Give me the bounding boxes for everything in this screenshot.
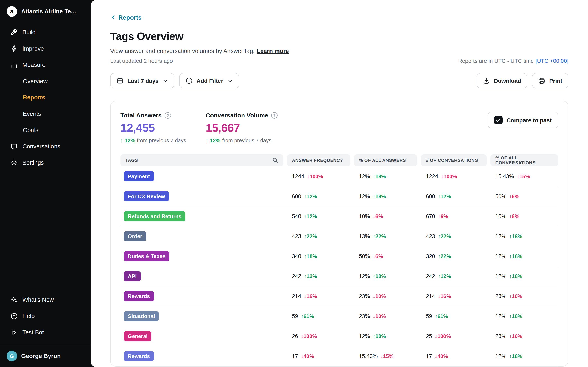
metric-cell: 17↓40% (421, 353, 490, 359)
metric-cell: 320↑22% (421, 253, 490, 259)
wrench-icon (10, 28, 18, 36)
sidebar-item-overview[interactable]: Overview (0, 73, 91, 89)
export-group: Download Print (476, 73, 568, 89)
metric-change-down: ↓15% (380, 353, 394, 359)
metric-change-down: ↓10% (373, 313, 386, 319)
print-button[interactable]: Print (532, 73, 568, 89)
header-cell: # OF CONVERSATIONS (421, 154, 490, 166)
search-icon[interactable] (272, 157, 278, 164)
bar-chart-icon (10, 61, 18, 69)
date-range-button[interactable]: Last 7 days (110, 73, 174, 89)
user-menu[interactable]: G George Byron (0, 345, 91, 367)
back-link-label: Reports (118, 14, 141, 21)
metric-value: 15.43% (495, 173, 514, 179)
sidebar-item-label: Events (23, 110, 41, 117)
meta-row: Last updated 2 hours ago Reports are in … (110, 58, 568, 64)
tag-pill: General (124, 331, 152, 341)
page-title: Tags Overview (110, 30, 568, 43)
sparkles-icon (10, 296, 18, 304)
table-row[interactable]: General26↓100%12%↑18%25↓100%23%↓10% (121, 326, 558, 346)
metric-cell: 214↓16% (287, 293, 354, 299)
metric-change-down: ↓40% (301, 353, 314, 359)
metric-change-up: ↑18% (509, 253, 522, 259)
column-header-of-all-answers: % OF ALL ANSWERS (354, 154, 417, 166)
metric-cell: 23%↓10% (490, 333, 558, 339)
sidebar-item-label: Settings (22, 159, 44, 166)
sidebar-item-test-bot[interactable]: Test Bot (0, 324, 91, 341)
metric-value: 59 (292, 313, 298, 319)
table-row[interactable]: Rewards17↓40%15.43%↓15%17↓40%12%↑18% (121, 346, 558, 366)
metric-value: 12% (495, 313, 506, 319)
metric-cell: 12%↑18% (490, 353, 558, 359)
bolt-icon (10, 45, 18, 52)
learn-more-link[interactable]: Learn more (257, 48, 289, 54)
sidebar-item-reports[interactable]: Reports (0, 89, 91, 106)
table-row[interactable]: Duties & Taxes340↑18%50%↓6%320↑22%12%↑18… (121, 246, 558, 266)
table-row[interactable]: Payment1244↓100%12%↑18%1224↓100%15.43%↓1… (121, 166, 558, 186)
tag-pill: Rewards (124, 351, 154, 361)
download-button[interactable]: Download (476, 73, 527, 89)
metric-value: 214 (426, 293, 435, 299)
metric-cell: 12%↑18% (354, 333, 421, 339)
column-label: ANSWER FREQUENCY (292, 158, 343, 163)
tag-pill: Order (124, 231, 146, 241)
tag-cell: General (121, 331, 287, 341)
table-row[interactable]: API242↑12%12%↑18%242↑12%12%↑18% (121, 266, 558, 286)
compare-to-past-toggle[interactable]: Compare to past (487, 112, 558, 128)
metric-cell: 423↑22% (421, 233, 490, 239)
help-icon[interactable]: ? (271, 112, 278, 118)
table-row[interactable]: Rewards214↓16%23%↓10%214↓16%23%↓10% (121, 286, 558, 306)
date-range-label: Last 7 days (127, 77, 159, 84)
metric-cell: 15.43%↓15% (490, 173, 558, 179)
metric-change-down: ↓6% (373, 213, 383, 219)
metric-cell: 12%↑18% (354, 173, 421, 179)
metric-value: 12% (495, 253, 506, 259)
timezone-link[interactable]: [UTC +00:00] (536, 58, 568, 64)
metric-cell: 670↓6% (421, 213, 490, 219)
metric-change-up: ↑18% (373, 333, 386, 339)
metric-change-up: ↑12% (304, 273, 317, 279)
sidebar-item-build[interactable]: Build (0, 24, 91, 40)
back-to-reports-link[interactable]: Reports (110, 14, 141, 21)
metric-cell: 1224↓100% (421, 173, 490, 179)
metric-value: 12% (359, 173, 370, 179)
table-row[interactable]: Situational59↑61%23%↓10%59↑61%12%↑18% (121, 306, 558, 326)
sidebar-item-what-s-new[interactable]: What's New (0, 292, 91, 308)
metric-change-down: ↓100% (307, 173, 323, 179)
sidebar-item-label: Overview (23, 78, 48, 84)
help-icon[interactable]: ? (164, 112, 171, 118)
metric-change-up: ↑22% (438, 253, 451, 259)
sidebar-item-help[interactable]: ?Help (0, 308, 91, 324)
metric-change-down: ↓6% (373, 253, 383, 259)
metric-value: 10% (495, 213, 506, 219)
metric-cell: 242↑12% (421, 273, 490, 279)
sidebar-item-improve[interactable]: Improve (0, 40, 91, 57)
sidebar-item-settings[interactable]: Settings (0, 155, 91, 171)
table-row[interactable]: Refunds and Returns540↑12%10%↓6%670↓6%10… (121, 206, 558, 226)
metric-value: 423 (292, 233, 301, 239)
table-row[interactable]: For CX Review600↑12%12%↑18%600↑12%50%↓6% (121, 186, 558, 206)
workspace-switcher[interactable]: a Atlantis Airline Te... (0, 0, 91, 21)
sidebar-item-measure[interactable]: Measure (0, 57, 91, 73)
app-screen: a Atlantis Airline Te... BuildImproveMea… (0, 0, 588, 367)
sidebar-item-conversations[interactable]: Conversations (0, 138, 91, 155)
sidebar-item-label: Measure (22, 62, 45, 68)
checkbox-checked[interactable] (494, 116, 502, 124)
sidebar-item-goals[interactable]: Goals (0, 122, 91, 138)
timezone-note: Reports are in UTC - UTC time[UTC +00:00… (458, 58, 568, 64)
column-label: TAGS (125, 158, 138, 163)
metric-value: 17 (426, 353, 432, 359)
metric-change-up: ↑18% (509, 353, 522, 359)
tag-cell: Rewards (121, 291, 287, 301)
table-row[interactable]: Order423↑22%13%↑22%423↑22%12%↑18% (121, 226, 558, 246)
metric-value: 320 (426, 253, 435, 259)
metric-cell: 26↓100% (287, 333, 354, 339)
sidebar-item-label: Improve (22, 45, 44, 52)
metric-value: 540 (292, 213, 301, 219)
metric-change-up: ↑12% (304, 193, 317, 199)
tag-cell: Payment (121, 171, 287, 181)
add-filter-button[interactable]: Add Filter (180, 73, 239, 89)
sidebar-item-events[interactable]: Events (0, 106, 91, 122)
metric-value: 15.43% (359, 353, 378, 359)
metric-change-down: ↓100% (301, 333, 317, 339)
